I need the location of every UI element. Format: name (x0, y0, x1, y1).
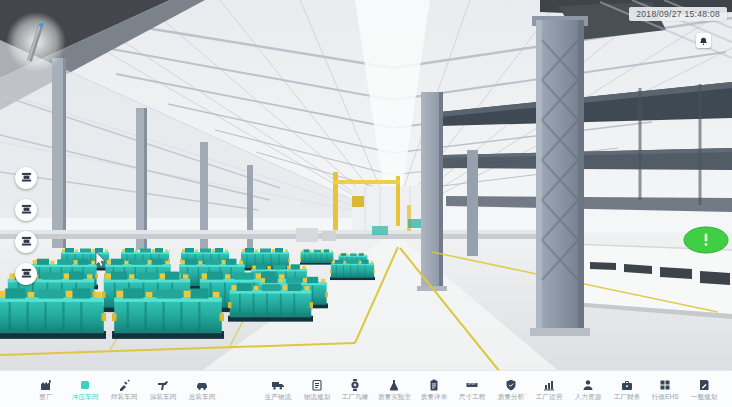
workshop-tab-whole-plant[interactable]: 整厂 (28, 377, 64, 402)
press-machine-icon (21, 169, 32, 187)
press-machine-icon (21, 265, 32, 283)
tab-label: 人力资源 (575, 393, 602, 401)
app-window: 2018/09/27 15:48:08 整厂冲压车间焊装车间涂装车间总装车间 生… (0, 0, 732, 407)
module-tab-logistics-planning[interactable]: 物流规划 (299, 377, 335, 402)
tab-label: 生产物流 (265, 393, 292, 401)
assembly-icon (196, 378, 208, 391)
workshop-tab-stamping-shop[interactable]: 冲压车间 (67, 377, 103, 402)
equipment-quick-buttons (15, 167, 37, 285)
tab-label: 质量详单 (420, 393, 447, 401)
tab-label: 冲压车间 (72, 393, 99, 401)
module-tab-factory-operation[interactable]: 工厂运营 (531, 377, 567, 402)
briefcase-icon (621, 378, 633, 391)
bell-icon (699, 32, 708, 50)
press-icon (79, 378, 91, 391)
tab-label: 工厂财务 (613, 393, 640, 401)
tab-label: 尺寸工程 (459, 393, 486, 401)
press-machine-icon (21, 201, 32, 219)
tab-label: 涂装车间 (150, 393, 177, 401)
module-tab-admin-ehs[interactable]: 行政EHS (647, 377, 683, 402)
quick-button-press-line-2[interactable] (15, 199, 37, 221)
foreground-column (530, 16, 590, 336)
plan-doc-icon (698, 378, 710, 391)
person-icon (582, 378, 594, 391)
module-tab-dimension-engineering[interactable]: 尺寸工程 (454, 377, 490, 402)
factory-icon (40, 378, 52, 391)
module-tab-production-logistics[interactable]: 生产物流 (260, 377, 296, 402)
ruler-icon (466, 378, 478, 391)
truck-icon (272, 378, 284, 391)
quick-button-press-line-3[interactable] (15, 231, 37, 253)
quick-button-press-line-4[interactable] (15, 263, 37, 285)
tab-label: 焊装车间 (111, 393, 138, 401)
module-tab-quality-analysis[interactable]: 质量分析 (493, 377, 529, 402)
module-tab-general-planning[interactable]: 一般规划 (686, 377, 722, 402)
chart-icon (543, 378, 555, 391)
highlighted-tool-marker (6, 12, 66, 72)
grid-icon (659, 378, 671, 391)
tab-label: 工厂鸟瞰 (342, 393, 369, 401)
bottom-toolbar: 整厂冲压车间焊装车间涂装车间总装车间 生产物流物流规划工厂鸟瞰质量实验室质量详单… (0, 370, 732, 407)
factory-3d-scene[interactable] (0, 0, 732, 407)
notification-bell-button[interactable] (696, 33, 711, 48)
tab-label: 行政EHS (652, 393, 679, 401)
module-tab-human-resources[interactable]: 人力资源 (570, 377, 606, 402)
overview-icon (349, 378, 361, 391)
tab-label: 质量分析 (497, 393, 524, 401)
module-tab-factory-finance[interactable]: 工厂财务 (609, 377, 645, 402)
tab-label: 工厂运营 (536, 393, 563, 401)
clock-timestamp: 2018/09/27 15:48:08 (629, 7, 727, 21)
workshop-tab-assembly-shop[interactable]: 总装车间 (184, 377, 220, 402)
workshop-tab-welding-shop[interactable]: 焊装车间 (106, 377, 142, 402)
module-tab-quality-lab[interactable]: 质量实验室 (376, 377, 413, 402)
module-tab-quality-report[interactable]: 质量详单 (416, 377, 452, 402)
tab-label: 总装车间 (189, 393, 216, 401)
module-tabs: 生产物流物流规划工厂鸟瞰质量实验室质量详单尺寸工程质量分析工厂运营人力资源工厂财… (260, 377, 722, 402)
report-icon (428, 378, 440, 391)
logistics-plan-icon (311, 378, 323, 391)
press-machine-icon (21, 233, 32, 251)
lab-icon (388, 378, 400, 391)
welding-icon (118, 378, 130, 391)
green-poi-marker[interactable] (684, 227, 728, 253)
tab-label: 质量实验室 (378, 393, 411, 401)
workshop-tab-painting-shop[interactable]: 涂装车间 (145, 377, 181, 402)
right-wall (572, 244, 732, 319)
workshop-tabs: 整厂冲压车间焊装车间涂装车间总装车间 (28, 377, 220, 402)
paint-icon (157, 378, 169, 391)
shield-icon (505, 378, 517, 391)
quick-button-press-line-1[interactable] (15, 167, 37, 189)
tab-label: 物流规划 (303, 393, 330, 401)
tab-label: 一般规划 (691, 393, 718, 401)
module-tab-factory-overview[interactable]: 工厂鸟瞰 (337, 377, 373, 402)
tab-label: 整厂 (39, 393, 52, 401)
